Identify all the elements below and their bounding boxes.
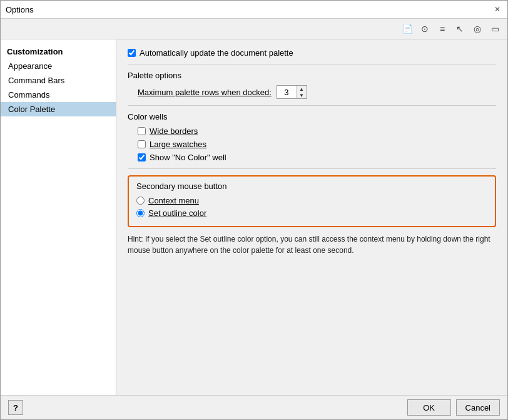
color-wells-label: Color wells bbox=[128, 112, 496, 121]
sidebar-section-header: Customization bbox=[1, 44, 116, 59]
content-area: Automatically update the document palett… bbox=[116, 39, 507, 395]
large-swatches-checkbox[interactable] bbox=[138, 140, 146, 148]
main-area: Customization Appearance Command Bars Co… bbox=[1, 39, 507, 395]
divider-3 bbox=[128, 168, 496, 169]
divider-1 bbox=[128, 64, 496, 64]
show-no-color-row: Show "No Color" well bbox=[138, 153, 496, 162]
wide-borders-checkbox[interactable] bbox=[138, 127, 146, 135]
show-no-color-label: Show "No Color" well bbox=[150, 153, 226, 162]
sidebar: Customization Appearance Command Bars Co… bbox=[1, 39, 116, 395]
large-swatches-row: Large swatches bbox=[138, 140, 496, 149]
secondary-mouse-section: Secondary mouse button Context menu Set … bbox=[128, 175, 496, 227]
divider-2 bbox=[128, 105, 496, 106]
auto-update-checkbox[interactable] bbox=[128, 49, 136, 57]
max-rows-input[interactable]: 3 bbox=[277, 86, 296, 98]
large-swatches-label: Large swatches bbox=[150, 140, 206, 149]
target-icon[interactable]: ◎ bbox=[470, 21, 485, 36]
show-no-color-checkbox[interactable] bbox=[138, 153, 146, 161]
max-palette-label: Maximum palette rows when docked: bbox=[138, 88, 272, 97]
options-dialog: Options ✕ 📄 ⊙ ≡ ↖ ◎ ▭ Customization Appe… bbox=[0, 0, 508, 420]
set-outline-radio[interactable] bbox=[136, 209, 145, 217]
palette-options-section: Palette options Maximum palette rows whe… bbox=[128, 71, 496, 99]
bottom-right-buttons: OK Cancel bbox=[407, 399, 500, 416]
spinbox-up-button[interactable]: ▲ bbox=[297, 86, 307, 92]
cursor-icon[interactable]: ↖ bbox=[452, 21, 467, 36]
window-title: Options bbox=[6, 5, 34, 14]
auto-update-label: Automatically update the document palett… bbox=[140, 48, 293, 58]
cancel-button[interactable]: Cancel bbox=[456, 399, 500, 416]
sidebar-item-command-bars[interactable]: Command Bars bbox=[1, 73, 116, 88]
secondary-mouse-label: Secondary mouse button bbox=[136, 182, 487, 191]
context-menu-radio[interactable] bbox=[136, 197, 145, 205]
hint-text: Hint: If you select the Set outline colo… bbox=[128, 233, 496, 256]
spinbox-down-button[interactable]: ▼ bbox=[297, 92, 307, 98]
max-palette-label-text: Maximum palette rows when docked: bbox=[138, 88, 272, 97]
toolbar: 📄 ⊙ ≡ ↖ ◎ ▭ bbox=[1, 19, 507, 39]
max-palette-row: Maximum palette rows when docked: 3 ▲ ▼ bbox=[138, 85, 496, 99]
ok-button[interactable]: OK bbox=[407, 399, 451, 416]
auto-update-row: Automatically update the document palett… bbox=[128, 48, 496, 58]
sidebar-item-color-palette[interactable]: Color Palette bbox=[1, 102, 116, 116]
close-button[interactable]: ✕ bbox=[492, 4, 502, 14]
color-wells-section: Color wells Wide borders Large swatches bbox=[128, 112, 496, 162]
context-menu-label: Context menu bbox=[148, 196, 199, 205]
context-menu-row: Context menu bbox=[136, 196, 487, 205]
spinbox-buttons: ▲ ▼ bbox=[296, 86, 307, 98]
palette-options-label: Palette options bbox=[128, 71, 496, 80]
sidebar-item-commands[interactable]: Commands bbox=[1, 88, 116, 102]
hint-content: Hint: If you select the Set outline colo… bbox=[128, 235, 490, 255]
sidebar-item-appearance[interactable]: Appearance bbox=[1, 59, 116, 73]
color-wells-items: Wide borders Large swatches Show "No Col… bbox=[138, 126, 496, 162]
set-outline-label: Set outline color bbox=[148, 208, 206, 218]
bottom-bar: ? OK Cancel bbox=[1, 395, 507, 419]
document-icon[interactable]: 📄 bbox=[400, 21, 415, 36]
circle-icon[interactable]: ⊙ bbox=[417, 21, 432, 36]
wide-borders-label: Wide borders bbox=[150, 126, 198, 136]
monitor-icon[interactable]: ▭ bbox=[487, 21, 502, 36]
wide-borders-row: Wide borders bbox=[138, 126, 496, 136]
set-outline-row: Set outline color bbox=[136, 208, 487, 218]
max-rows-spinbox: 3 ▲ ▼ bbox=[277, 85, 307, 99]
help-button[interactable]: ? bbox=[8, 400, 23, 415]
title-bar: Options ✕ bbox=[1, 1, 507, 19]
lines-icon[interactable]: ≡ bbox=[435, 21, 450, 36]
